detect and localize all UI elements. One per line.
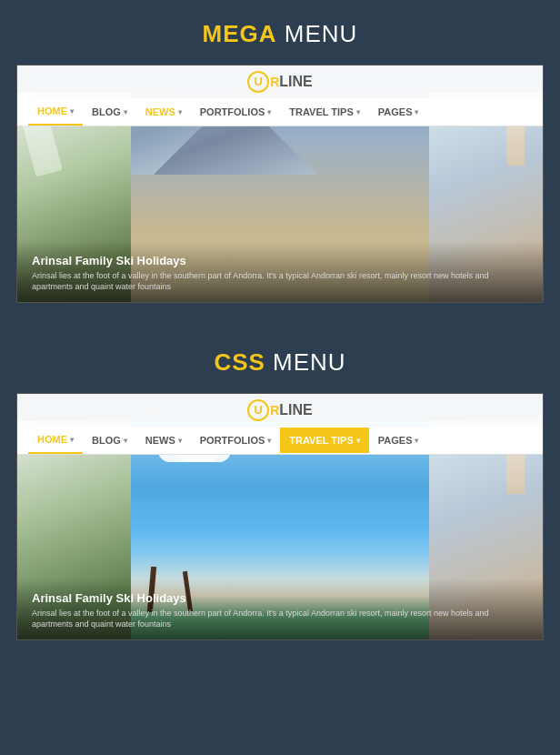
hero-title-css: Arinsal Family Ski Holidays <box>32 591 528 605</box>
mega-demo-frame: URLINE HOME ▾ BLOG ▾ NEWS ▾ PORTFOLIOS ▾… <box>16 65 544 303</box>
css-nav-blog[interactable]: BLOG ▾ <box>83 428 136 453</box>
hero-desc-css: Arinsal lies at the foot of a valley in … <box>32 608 528 630</box>
css-dropdown: Air Travel Packing Tips HOTELS AND INNS … <box>217 639 472 640</box>
css-nav-news[interactable]: NEWS ▾ <box>136 428 191 453</box>
home-chevron: ▾ <box>70 107 74 116</box>
hero-overlay-css: Arinsal Family Ski Holidays Arinsal lies… <box>17 579 543 639</box>
blog-chevron: ▾ <box>124 108 127 116</box>
nav-news[interactable]: NEWS ▾ <box>136 99 191 125</box>
hero-title-mega: Arinsal Family Ski Holidays <box>32 254 528 267</box>
css-menu-title: CSS MENU <box>0 328 560 393</box>
css-highlight: CSS <box>214 348 265 376</box>
css-nav-portfolios[interactable]: PORTFOLIOS ▾ <box>191 428 281 453</box>
css-logo: URLINE <box>247 400 313 418</box>
mega-hero: URLINE HOME ▾ BLOG ▾ NEWS ▾ PORTFOLIOS ▾… <box>17 65 543 302</box>
nav-blog[interactable]: BLOG ▾ <box>83 99 136 125</box>
css-menu-section: CSS MENU <box>0 328 560 640</box>
mega-menu-section: MEGA MENU URLINE <box>0 0 560 303</box>
css-hero: URLINE HOME ▾ BLOG ▾ NEWS ▾ PORTFOLIOS ▾… <box>17 394 543 639</box>
hero-desc-mega: Arinsal lies at the foot of a valley in … <box>32 270 528 293</box>
css-logo-bar: URLINE <box>17 394 543 427</box>
nav-travel-tips[interactable]: TRAVEL TIPS ▾ <box>280 99 369 125</box>
css-demo-frame: URLINE HOME ▾ BLOG ▾ NEWS ▾ PORTFOLIOS ▾… <box>16 393 544 640</box>
nav-portfolios[interactable]: PORTFOLIOS ▾ <box>191 99 281 125</box>
hero-overlay-mega: Arinsal Family Ski Holidays Arinsal lies… <box>17 241 543 302</box>
logo: URLINE <box>247 72 313 90</box>
css-nav-pages[interactable]: PAGES ▾ <box>369 428 428 453</box>
nav-bar-css: HOME ▾ BLOG ▾ NEWS ▾ PORTFOLIOS ▾ TRAVEL… <box>17 427 543 455</box>
nav-bar-mega: HOME ▾ BLOG ▾ NEWS ▾ PORTFOLIOS ▾ TRAVEL… <box>17 98 543 126</box>
mega-highlight: MEGA <box>203 20 277 47</box>
css-nav-travel-tips[interactable]: TRAVEL TIPS ▾ <box>280 428 369 453</box>
nav-home[interactable]: HOME ▾ <box>28 98 83 126</box>
mega-dropdown: Travel Destinations Photography Beach Va… <box>72 302 517 303</box>
css-nav-home[interactable]: HOME ▾ <box>28 427 83 454</box>
nav-pages[interactable]: PAGES ▾ <box>369 99 428 125</box>
logo-bar: URLINE <box>17 65 543 98</box>
mega-menu-title: MEGA MENU <box>0 0 560 65</box>
